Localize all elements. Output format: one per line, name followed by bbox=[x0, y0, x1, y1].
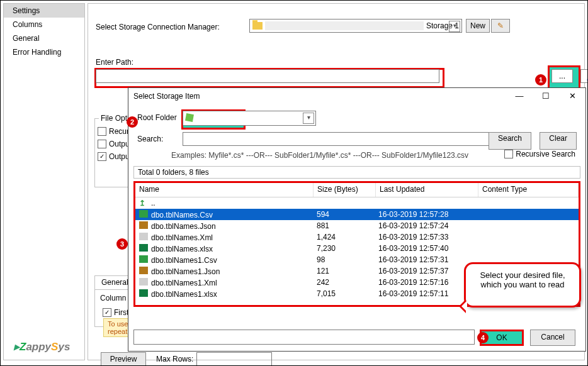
connection-dropdown[interactable]: Storage 1 ▾ bbox=[249, 19, 462, 33]
container-icon bbox=[185, 113, 194, 122]
up-icon bbox=[139, 199, 148, 206]
preview-button[interactable]: Preview bbox=[101, 352, 146, 366]
sidebar-item-columns[interactable]: Columns bbox=[4, 18, 84, 31]
enter-path-label: Enter Path: bbox=[96, 58, 133, 67]
max-rows-label: Max Rows: bbox=[156, 355, 193, 363]
sidebar-item-general[interactable]: General bbox=[4, 31, 84, 45]
search-label: Search: bbox=[137, 135, 163, 143]
folder-icon bbox=[252, 22, 263, 30]
file-icon bbox=[139, 289, 148, 297]
chevron-down-icon: ▾ bbox=[449, 21, 460, 32]
search-button[interactable]: Search bbox=[489, 132, 531, 150]
maximize-button[interactable]: ☐ bbox=[533, 88, 559, 106]
file-icon bbox=[139, 233, 148, 240]
cancel-button[interactable]: Cancel bbox=[530, 330, 575, 346]
minimize-button[interactable]: — bbox=[506, 88, 533, 106]
browse-button[interactable]: ... bbox=[551, 69, 573, 83]
file-count: Total 0 folders, 8 files bbox=[133, 166, 580, 179]
file-list-header: Name Size (Bytes) Last Updated Content T… bbox=[135, 183, 579, 197]
file-icon bbox=[139, 255, 148, 263]
col-size[interactable]: Size (Bytes) bbox=[314, 183, 376, 197]
col-type[interactable]: Content Type bbox=[478, 183, 579, 197]
recursive-checkbox[interactable]: Recursive Search bbox=[504, 150, 575, 158]
new-connection-button[interactable]: New bbox=[466, 19, 490, 33]
select-storage-dialog: Select Storage Item — ☐ ✕ Root Folder ▾ … bbox=[128, 87, 586, 352]
file-icon bbox=[139, 267, 148, 274]
examples-text: Examples: Myfile*.cs* ---OR--- SubFolder… bbox=[171, 151, 468, 160]
close-button[interactable]: ✕ bbox=[559, 88, 585, 106]
edit-connection-button[interactable]: ✎ bbox=[491, 19, 510, 33]
checkbox-icon bbox=[504, 150, 513, 158]
sidebar-item-error[interactable]: Error Handling bbox=[4, 45, 84, 59]
max-rows-input[interactable] bbox=[196, 352, 272, 366]
file-icon bbox=[139, 221, 148, 229]
chevron-down-icon: ▾ bbox=[303, 113, 314, 124]
file-icon bbox=[139, 210, 148, 218]
app-window: Settings Columns General Error Handling … bbox=[0, 0, 588, 366]
callout-badge-4: 4 bbox=[477, 332, 489, 343]
pencil-icon: ✎ bbox=[497, 21, 504, 30]
file-row[interactable]: dbo.tblNames.Xml1,42416-03-2019 12:57:33 bbox=[135, 231, 579, 243]
sidebar-item-settings[interactable]: Settings bbox=[4, 4, 84, 18]
path-input[interactable] bbox=[96, 69, 439, 83]
file-row[interactable]: dbo.tblNames.Json88116-03-2019 12:57:24 bbox=[135, 220, 579, 231]
connection-label: Select Storage Connection Manager: bbox=[96, 23, 220, 31]
search-input[interactable] bbox=[183, 132, 497, 146]
file-list: Name Size (Bytes) Last Updated Content T… bbox=[133, 181, 580, 307]
logo: ▸ZappySys bbox=[14, 340, 70, 353]
callout-badge-2: 2 bbox=[127, 116, 138, 128]
col-name[interactable]: Name bbox=[135, 183, 314, 197]
expression-button[interactable]: ƒx bbox=[580, 69, 588, 83]
callout-badge-3: 3 bbox=[116, 238, 128, 250]
file-icon bbox=[139, 278, 148, 286]
sidebar: Settings Columns General Error Handling … bbox=[3, 3, 85, 360]
root-folder-label: Root Folder bbox=[137, 113, 177, 122]
file-icon bbox=[139, 244, 148, 252]
clear-button[interactable]: Clear bbox=[540, 132, 577, 150]
callout-badge-1: 1 bbox=[535, 74, 546, 86]
col-last[interactable]: Last Updated bbox=[376, 183, 478, 197]
parent-folder-row[interactable]: .. bbox=[135, 197, 579, 209]
file-row[interactable]: dbo.tblNames.xlsx7,23016-03-2019 12:57:4… bbox=[135, 243, 579, 254]
selected-path-input[interactable] bbox=[133, 330, 475, 345]
root-folder-dropdown[interactable]: ▾ bbox=[183, 111, 316, 126]
file-row[interactable]: dbo.tblNames.Csv59416-03-2019 12:57:28 bbox=[135, 209, 579, 220]
tooltip-callout: Select your desired file, which you want… bbox=[464, 262, 581, 308]
